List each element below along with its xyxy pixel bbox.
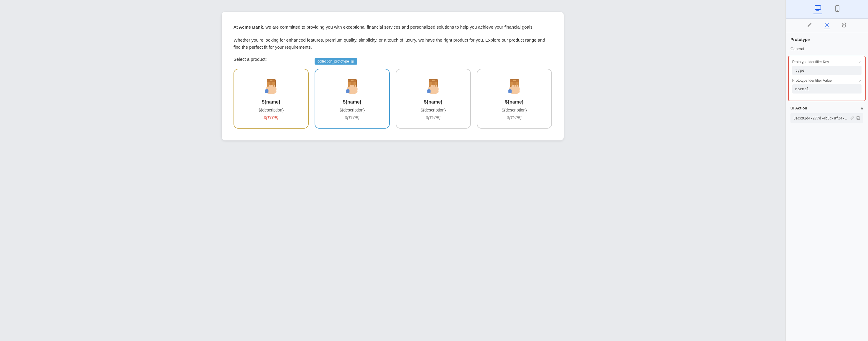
svg-rect-19 [346, 89, 349, 93]
svg-rect-16 [350, 85, 352, 88]
product-card-2-wrapper: collection_prototype 🗑 [315, 69, 390, 129]
svg-rect-26 [431, 85, 433, 88]
product-icon-3 [424, 78, 443, 96]
svg-rect-27 [433, 85, 435, 88]
product-card-3[interactable]: ${name} ${description} ${TYPE} [396, 69, 471, 129]
product-description-4: ${description} [502, 108, 527, 113]
prototype-key-field-group: Prototype Identifier Key ⤢ [792, 60, 862, 75]
prototype-key-input[interactable] [792, 66, 862, 75]
products-grid: ${name} ${description} ${TYPE} collectio… [234, 69, 552, 129]
mobile-device-icon[interactable] [834, 4, 841, 14]
product-name-3: ${name} [424, 99, 442, 105]
product-type-1: ${TYPE} [264, 115, 279, 120]
description-paragraph-1: At Acme Bank, we are committed to provid… [234, 24, 552, 31]
expand-value-icon[interactable]: ⤢ [859, 79, 862, 83]
svg-rect-7 [271, 85, 273, 88]
prototype-value-input[interactable] [792, 84, 862, 94]
right-sidebar: Prototype General Prototype Identifier K… [785, 0, 868, 341]
prototype-value-label: Prototype Identifier Value ⤢ [792, 79, 862, 83]
ui-action-header: UI Action ∧ [790, 106, 863, 110]
general-sub-title: General [786, 44, 868, 53]
ui-action-delete-icon[interactable] [856, 116, 860, 121]
svg-rect-37 [515, 85, 516, 88]
product-type-2: ${TYPE} [345, 115, 360, 120]
ui-action-chevron-icon[interactable]: ∧ [861, 106, 863, 110]
ui-action-edit-icon[interactable] [850, 116, 855, 121]
svg-rect-36 [512, 85, 514, 88]
svg-rect-18 [355, 85, 356, 88]
product-name-1: ${name} [262, 99, 280, 105]
ui-action-id-text: Becc91d4-277d-4b5c-8f34-27... [794, 116, 848, 120]
canvas-frame: At Acme Bank, we are committed to provid… [222, 12, 564, 141]
prototype-identifier-panel: Prototype Identifier Key ⤢ Prototype Ide… [788, 56, 866, 101]
product-card-4[interactable]: ${name} ${description} ${TYPE} [477, 69, 552, 129]
prototype-badge-trash-icon[interactable]: 🗑 [351, 59, 354, 63]
product-type-3: ${TYPE} [426, 115, 441, 120]
ui-action-icon-group [850, 116, 860, 121]
product-name-4: ${name} [505, 99, 524, 105]
device-toggle-bar [786, 0, 868, 19]
svg-rect-17 [352, 85, 354, 88]
svg-rect-9 [265, 89, 268, 93]
svg-rect-8 [274, 85, 275, 88]
product-name-2: ${name} [343, 99, 362, 105]
svg-rect-38 [517, 85, 519, 88]
description-paragraph-2: Whether you're looking for enhanced feat… [234, 37, 552, 51]
svg-rect-40 [815, 6, 821, 9]
product-type-4: ${TYPE} [507, 115, 522, 120]
layers-icon[interactable] [841, 22, 847, 29]
svg-rect-28 [436, 85, 437, 88]
svg-rect-46 [857, 117, 860, 120]
product-icon-1 [262, 78, 281, 96]
product-description-3: ${description} [421, 108, 446, 113]
product-icon-2 [343, 78, 362, 96]
prototype-value-field-group: Prototype Identifier Value ⤢ [792, 79, 862, 94]
prototype-key-label: Prototype Identifier Key ⤢ [792, 60, 862, 64]
gear-icon[interactable] [824, 22, 830, 29]
ui-action-item[interactable]: Becc91d4-277d-4b5c-8f34-27... [790, 113, 863, 123]
expand-key-icon[interactable]: ⤢ [859, 60, 862, 64]
tool-icon-bar [786, 19, 868, 33]
svg-rect-6 [269, 85, 271, 88]
pencil-icon[interactable] [807, 22, 813, 29]
product-icon-4 [505, 78, 524, 96]
prototype-badge: collection_prototype 🗑 [315, 58, 357, 65]
product-description-2: ${description} [340, 108, 365, 113]
svg-rect-29 [427, 89, 431, 93]
svg-rect-39 [508, 89, 512, 93]
main-canvas: At Acme Bank, we are committed to provid… [0, 0, 785, 341]
svg-point-45 [826, 24, 828, 26]
svg-point-44 [837, 10, 838, 11]
prototype-section-title: Prototype [786, 33, 868, 44]
product-card-1[interactable]: ${name} ${description} ${TYPE} [234, 69, 309, 129]
ui-action-section: UI Action ∧ Becc91d4-277d-4b5c-8f34-27..… [786, 103, 868, 125]
desktop-device-icon[interactable] [813, 4, 822, 14]
product-card-2[interactable]: ${name} ${description} ${TYPE} [315, 69, 390, 129]
select-product-label: Select a product: [234, 57, 552, 62]
product-description-1: ${description} [258, 108, 284, 113]
